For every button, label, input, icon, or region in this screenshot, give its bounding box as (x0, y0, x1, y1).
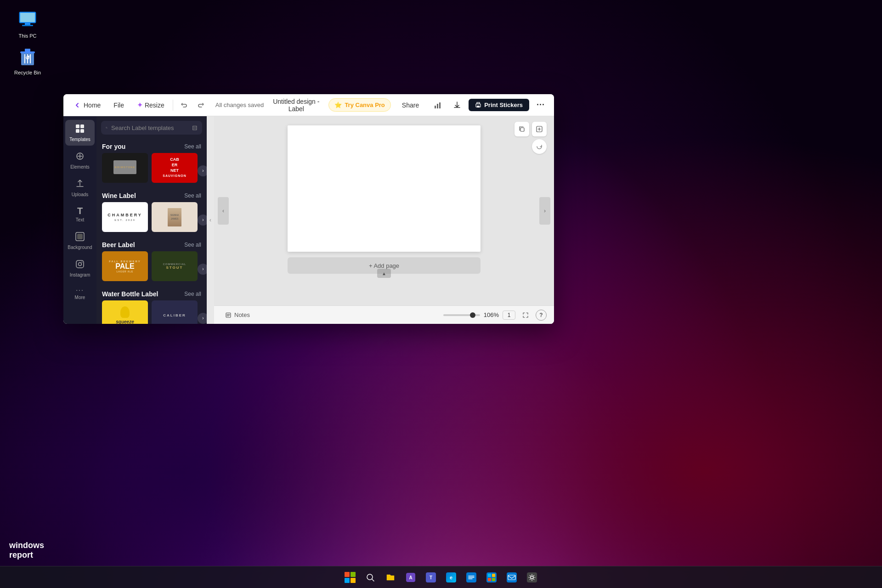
text-icon: T (77, 206, 83, 215)
template-card-chambery[interactable]: CHAMBERY EST. 2024 (102, 202, 148, 232)
canvas-scroll-area[interactable]: + Add page ‹ › ▲ (214, 116, 554, 305)
printer-icon (475, 102, 481, 108)
svg-rect-32 (387, 576, 394, 580)
beer-label-scroll-right[interactable]: › (198, 264, 207, 275)
svg-point-31 (367, 574, 373, 580)
taskbar: A T e (0, 566, 882, 588)
svg-text:↺: ↺ (25, 55, 30, 61)
canva-topbar: Home File ✦ Resize (63, 94, 554, 116)
back-arrow-icon (74, 102, 81, 109)
instagram-icon (75, 259, 85, 271)
svg-rect-12 (437, 104, 438, 108)
canva-window: Home File ✦ Resize (63, 94, 554, 324)
expand-canvas-button[interactable] (519, 309, 532, 322)
windows-report-watermark: windows report (9, 541, 44, 560)
taskbar-search-button[interactable] (361, 568, 379, 587)
canvas-copy-button[interactable] (514, 122, 529, 136)
water-bottle-scroll-wrap: squeeze CALIBER › (96, 300, 207, 324)
water-bottle-scroll-right[interactable]: › (198, 313, 207, 324)
recycle-bin-icon-label: Recycle Bin (14, 70, 41, 75)
share-button[interactable]: Share (395, 99, 426, 112)
topbar-right: ⭐ Try Canva Pro Share (328, 97, 548, 113)
svg-point-26 (82, 262, 83, 263)
zoom-slider[interactable] (443, 314, 480, 316)
more-icon: ··· (76, 287, 84, 293)
taskbar-explorer[interactable] (462, 568, 481, 587)
undo-button[interactable] (177, 98, 192, 113)
svg-rect-47 (527, 572, 537, 582)
try-pro-button[interactable]: ⭐ Try Canva Pro (328, 98, 390, 112)
template-card-brimstone[interactable]: BRIMSTONE (102, 153, 148, 183)
redo-button[interactable] (193, 98, 208, 113)
settings-icon (527, 572, 537, 582)
wine-label-see-all[interactable]: See all (184, 192, 201, 199)
canvas-page-1[interactable] (288, 125, 481, 252)
notes-button[interactable]: Notes (221, 310, 254, 320)
sidebar-item-uploads[interactable]: Uploads (65, 175, 95, 201)
template-card-caliber[interactable]: CALIBER (152, 300, 198, 324)
wine-label-template-row: CHAMBERY EST. 2024 SIENNAJAMES (102, 202, 201, 232)
template-card-squeeze[interactable]: squeeze (102, 300, 148, 324)
svg-rect-43 (488, 578, 491, 581)
desktop-icon-recycle[interactable]: ↺ Recycle Bin (9, 46, 46, 75)
search-input[interactable] (111, 124, 188, 131)
wine-label-scroll-right[interactable]: › (198, 215, 207, 226)
sidebar-item-more[interactable]: ··· More (65, 283, 95, 304)
template-card-pale[interactable]: FALL BREWERY PALE LAGER ALE (102, 251, 148, 281)
sidebar-item-instagram[interactable]: Instagram (65, 255, 95, 281)
taskbar-mail[interactable] (503, 568, 521, 587)
taskbar-settings[interactable] (523, 568, 541, 587)
zoom-level: 106% (484, 311, 499, 318)
canvas-scroll-left[interactable]: ‹ (218, 197, 229, 225)
beer-label-see-all[interactable]: See all (184, 242, 201, 248)
template-card-cabernet[interactable]: CABERNETSAUVIGNON (152, 153, 198, 183)
svg-rect-13 (439, 102, 441, 108)
wine-label-section-header: Wine Label See all (96, 188, 207, 202)
templates-icon (75, 124, 85, 135)
sidebar-item-background[interactable]: Background (65, 228, 95, 254)
separator (173, 100, 173, 111)
canvas-scroll-right[interactable]: › (539, 197, 550, 225)
saved-status: All changes saved (215, 102, 264, 108)
more-options-button[interactable]: ··· (533, 97, 548, 113)
resize-button[interactable]: ✦ Resize (132, 98, 169, 112)
template-card-stout[interactable]: COMMERCIAL STOUT (152, 251, 198, 281)
filter-icon[interactable]: ⊟ (192, 124, 198, 131)
svg-rect-19 (76, 129, 79, 133)
canvas-refresh-button[interactable] (532, 139, 547, 154)
svg-rect-11 (435, 106, 436, 108)
redo-icon (197, 102, 204, 109)
download-button[interactable] (449, 97, 465, 113)
beer-label-section-header: Beer Label See all (96, 237, 207, 251)
background-icon (75, 232, 85, 243)
taskbar-teams[interactable]: T (422, 568, 440, 587)
computer-icon (17, 9, 39, 31)
for-you-scroll-wrap: BRIMSTONE CABERNETSAUVIGNON › (96, 153, 207, 188)
desktop-icon-computer[interactable]: This PC (9, 9, 46, 39)
water-bottle-see-all[interactable]: See all (184, 291, 201, 297)
analytics-button[interactable] (430, 97, 446, 113)
print-stickers-button[interactable]: Print Stickers (469, 99, 529, 111)
taskbar-center: A T e (341, 568, 541, 587)
panel-collapse-button[interactable]: ‹ (207, 116, 214, 324)
taskbar-start-button[interactable] (341, 568, 359, 587)
taskbar-edge[interactable]: e (442, 568, 460, 587)
template-card-wedding[interactable]: SIENNAJAMES (152, 202, 198, 232)
svg-text:e: e (450, 575, 452, 580)
svg-text:A: A (409, 575, 412, 580)
expand-icon (522, 312, 529, 318)
for-you-see-all[interactable]: See all (184, 143, 201, 150)
taskbar-store[interactable] (482, 568, 501, 587)
sidebar-item-elements[interactable]: Elements (65, 147, 95, 173)
file-button[interactable]: File (109, 99, 129, 112)
search-icon (106, 124, 107, 131)
canvas-page-up[interactable]: ▲ (377, 269, 391, 278)
canvas-add-button[interactable] (532, 122, 547, 136)
help-button[interactable]: ? (536, 310, 547, 321)
taskbar-file-explorer[interactable] (381, 568, 400, 587)
home-button[interactable]: Home (69, 99, 105, 112)
for-you-scroll-right[interactable]: › (198, 165, 207, 176)
sidebar-item-text[interactable]: T Text (65, 203, 95, 226)
sidebar-item-templates[interactable]: Templates (65, 120, 95, 146)
taskbar-app-purple[interactable]: A (401, 568, 420, 587)
